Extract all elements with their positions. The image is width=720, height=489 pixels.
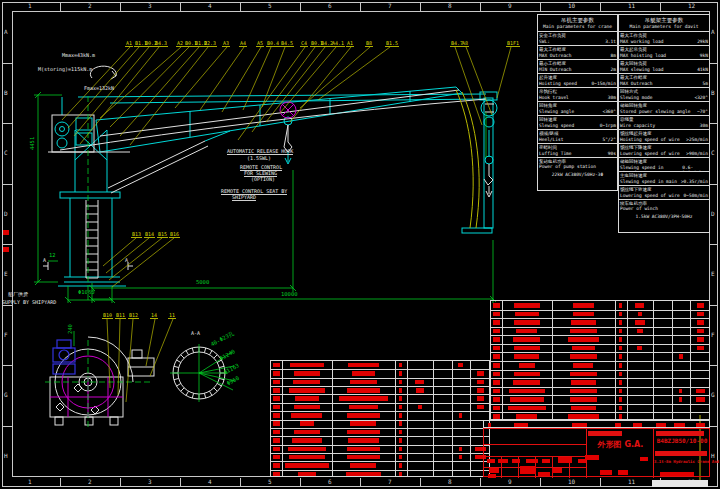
zone-number-top: 7: [388, 3, 392, 9]
param-row: 变幅时间Luffing Time90s: [538, 144, 617, 158]
param-row-en: Slewing mode: [620, 95, 653, 100]
param-row-en: MAX working load: [620, 39, 663, 44]
param-row-en: MIN Outreach: [539, 67, 572, 72]
drawing-sheet: 112233445566778899101011111212AABBCCDDEE…: [0, 0, 720, 489]
bom-cell-redacted-text: [348, 438, 379, 443]
zone-number-top: 2: [88, 3, 92, 9]
zone-letter-left: D: [4, 211, 8, 217]
dimension-text: 10000: [281, 292, 298, 298]
param-row-line: MAX Outreach8m: [539, 53, 616, 58]
param-row-line: Slewing angle<360°: [539, 109, 616, 114]
bom-cell-redacted-text: [352, 371, 374, 376]
bom-row-line: [271, 453, 489, 454]
param-table-header: 吊机主要参数Main parameters for crane: [538, 15, 617, 32]
bom-cell-redacted-text: [273, 396, 280, 401]
param-table-header: 吊艇架主要参数Main parameters for davit: [619, 15, 709, 32]
param-row: 钢丝绳下降速度Lowering speed of wire>90m/min: [619, 144, 709, 158]
param-row-value: >90m/min: [686, 151, 708, 156]
annotation-text: Fmax=132kN: [84, 86, 114, 91]
bom-cell-redacted-text: [399, 447, 402, 452]
bom-cell-redacted-text: [289, 455, 325, 460]
param-title-cn: 吊机主要参数: [538, 17, 617, 24]
title-block-blank-field: [652, 480, 708, 487]
param-row-value: <360°: [602, 109, 616, 114]
param-row: 最大工作幅度MAX Outreach8m: [538, 46, 617, 60]
param-row-en: MAX slewing load: [620, 67, 663, 72]
bom-cell-redacted-text: [291, 413, 322, 418]
zone-number-top: 1: [28, 3, 32, 9]
bom-cell-redacted-text: [399, 472, 402, 477]
zone-number-top: 8: [448, 3, 452, 9]
zone-number-bottom: 11: [628, 479, 635, 485]
param-row-value: 0.6-1.0r/min: [682, 165, 708, 172]
bom-cell-redacted-text: [513, 380, 540, 385]
part-callout: A3: [222, 41, 230, 47]
param-row-value: <320°: [694, 95, 708, 100]
param-row-value: 30m: [608, 95, 616, 100]
zone-number-bottom: 1: [28, 479, 32, 485]
margin-red-mark: [3, 247, 9, 252]
bom-cell-redacted-text: [292, 438, 322, 443]
bom-cell-redacted-text: [697, 312, 704, 317]
bom-header-redacted-text: [674, 423, 685, 427]
param-row-value: 5°/2°: [602, 137, 616, 142]
bom-cell-redacted-text: [619, 320, 622, 325]
param-row: 回转角度Slewing angle<360°: [538, 102, 617, 116]
bom-row-line: [491, 327, 709, 328]
zone-number-bottom: 5: [268, 479, 272, 485]
bom-cell-redacted-text: [399, 413, 402, 418]
param-title-en: Main parameters for crane: [538, 24, 617, 29]
param-row-en: MAX Outreach: [539, 53, 572, 58]
bom-cell-redacted-text: [273, 455, 280, 460]
param-row-value: >0.35r/min: [681, 179, 708, 186]
param-row-line: Lowering speed of wire0~50m/min: [620, 193, 708, 198]
param-row-value: >25m/min: [686, 137, 708, 142]
bom-cell-redacted-text: [619, 354, 622, 359]
bom-cell-redacted-text: [619, 397, 622, 402]
part-callout: C4: [300, 41, 308, 47]
part-callout: A1: [346, 41, 354, 47]
part-callout: B14: [144, 232, 155, 238]
bom-cell-redacted-text: [399, 463, 402, 468]
param-footer-value: 1.5kW AC380V/3PH-50Hz: [620, 214, 708, 219]
param-row-value: 8m: [611, 53, 616, 58]
bom-row-line: [491, 395, 709, 396]
bom-header-redacted-text: [656, 423, 666, 427]
bom-cell-redacted-text: [285, 463, 328, 468]
bom-cell-redacted-text: [619, 303, 622, 308]
param-row-en: SWL:: [539, 39, 550, 44]
bom-cell-redacted-text: [295, 396, 318, 401]
bom-header-redacted-text: [572, 423, 587, 427]
param-row-line: SWL:3.1t: [539, 39, 616, 44]
crane-side-view: [55, 87, 497, 286]
bom-cell-redacted-text: [568, 414, 599, 419]
bom-cell-redacted-text: [493, 329, 500, 334]
param-row-en: Stored power slewing angle: [620, 109, 690, 114]
bom-row-line: [271, 461, 489, 462]
bom-cell-redacted-text: [459, 447, 462, 452]
zone-letter-left: B: [4, 90, 8, 96]
param-row-line: Hoisting speed of wire>25m/min: [620, 137, 708, 142]
part-callout: A1: [125, 41, 133, 47]
param-row: 最大起吊负荷MAX hoisting load9kN: [619, 46, 709, 60]
bom-cell-redacted-text: [570, 389, 597, 394]
bom-cell-redacted-text: [399, 371, 402, 376]
part-callout: B16: [169, 232, 180, 238]
bom-row-line: [491, 344, 709, 345]
param-row-value: 3.1t: [605, 39, 616, 44]
bom-row-line: [271, 411, 489, 412]
param-row-en: Lowering speed of wire: [620, 151, 680, 156]
param-row-value: 9kN: [700, 53, 708, 58]
bom-cell-redacted-text: [347, 388, 379, 393]
param-footer-value: 22kW AC380V/50Hz-3Φ: [539, 172, 616, 177]
param-row-value: 2m: [611, 67, 616, 72]
bom-cell-redacted-text: [519, 363, 535, 368]
param-row-line: Slewing speed0~1rpm: [539, 123, 616, 128]
bom-cell-redacted-text: [399, 421, 402, 426]
motor-unit: [53, 340, 75, 374]
param-row: 容绳量Wire capacity30m: [619, 116, 709, 130]
bom-cell-redacted-text: [514, 346, 540, 351]
param-row-en: Luffing Time: [539, 151, 572, 156]
dimension-text: Φ1060: [78, 290, 95, 296]
bom-cell-redacted-text: [493, 337, 500, 342]
